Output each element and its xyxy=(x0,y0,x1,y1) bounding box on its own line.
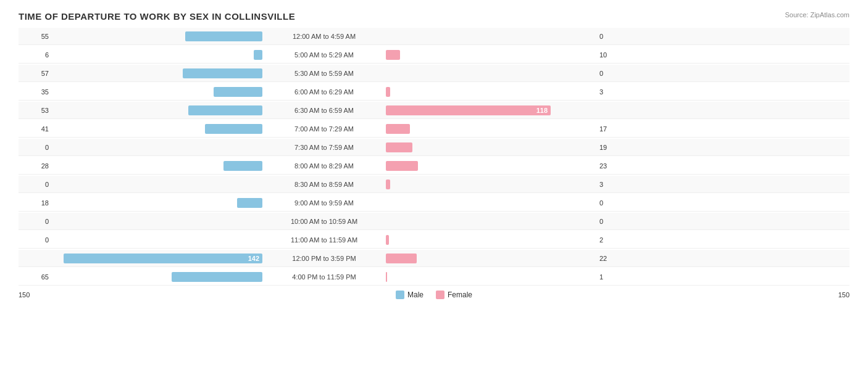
male-bar xyxy=(185,31,262,41)
time-label: 10:00 AM to 10:59 AM xyxy=(262,218,386,225)
female-value: 1 xyxy=(596,273,630,281)
female-bar xyxy=(386,254,417,263)
female-value: 2 xyxy=(596,236,630,244)
male-bar: 142 xyxy=(64,254,262,263)
female-bar-container xyxy=(386,68,596,78)
time-label: 9:00 AM to 9:59 AM xyxy=(262,199,386,207)
table-row: 65:00 AM to 5:29 AM10 xyxy=(19,46,849,64)
female-bar-container xyxy=(386,87,596,97)
female-bar-container xyxy=(386,254,596,263)
female-bar-container xyxy=(386,179,596,189)
female-bar-container xyxy=(386,50,596,60)
male-bar-container xyxy=(52,50,262,60)
table-row: 654:00 PM to 11:59 PM1 xyxy=(19,268,849,286)
time-label: 12:00 PM to 3:59 PM xyxy=(262,255,386,262)
time-label: 6:30 AM to 6:59 AM xyxy=(262,107,386,114)
female-value: 0 xyxy=(596,218,630,225)
male-bar xyxy=(188,105,262,115)
legend: Male Female xyxy=(396,291,472,299)
table-row: 08:30 AM to 8:59 AM3 xyxy=(19,176,849,193)
time-label: 8:30 AM to 8:59 AM xyxy=(262,181,386,188)
chart-container: TIME OF DEPARTURE TO WORK BY SEX IN COLL… xyxy=(0,0,868,367)
male-value: 53 xyxy=(19,107,52,114)
male-value: 55 xyxy=(19,33,52,40)
female-bar xyxy=(386,124,410,134)
male-bar xyxy=(237,198,262,208)
male-value: 57 xyxy=(19,70,52,77)
left-axis-label: 150 xyxy=(19,291,52,299)
male-bar-container xyxy=(52,68,262,78)
table-row: 536:30 AM to 6:59 AM118 xyxy=(19,102,849,119)
chart-footer: 150 Male Female 150 xyxy=(19,291,849,299)
legend-female-label: Female xyxy=(448,291,472,299)
time-label: 6:00 AM to 6:29 AM xyxy=(262,88,386,96)
chart-area: 5512:00 AM to 4:59 AM065:00 AM to 5:29 A… xyxy=(19,28,849,286)
time-label: 7:30 AM to 7:59 AM xyxy=(262,144,386,151)
table-row: 010:00 AM to 10:59 AM0 xyxy=(19,213,849,230)
male-bar xyxy=(205,124,262,134)
male-value: 0 xyxy=(19,144,52,151)
time-label: 11:00 AM to 11:59 AM xyxy=(262,236,386,244)
female-bar xyxy=(386,87,390,97)
male-value: 41 xyxy=(19,125,52,133)
male-bar xyxy=(183,68,262,78)
male-value: 0 xyxy=(19,236,52,244)
time-label: 7:00 AM to 7:29 AM xyxy=(262,125,386,133)
male-bar-container xyxy=(52,161,262,171)
legend-male: Male xyxy=(396,291,424,299)
female-value: 0 xyxy=(596,199,630,207)
male-bar xyxy=(214,87,262,97)
female-bar-container xyxy=(386,142,596,152)
female-value: 3 xyxy=(596,88,630,96)
time-label: 12:00 AM to 4:59 AM xyxy=(262,33,386,40)
legend-female: Female xyxy=(436,291,472,299)
right-axis-label: 150 xyxy=(816,291,849,299)
female-value: 0 xyxy=(596,70,630,77)
female-bar-container xyxy=(386,124,596,134)
male-bar-container xyxy=(52,105,262,115)
female-color-box xyxy=(436,291,444,299)
male-value: 0 xyxy=(19,218,52,225)
table-row: 14212:00 PM to 3:59 PM22 xyxy=(19,250,849,267)
male-bar-container xyxy=(52,272,262,282)
female-bar: 118 xyxy=(386,105,551,115)
female-bar xyxy=(386,50,400,60)
time-label: 5:00 AM to 5:29 AM xyxy=(262,51,386,59)
table-row: 07:30 AM to 7:59 AM19 xyxy=(19,139,849,156)
male-bar-container xyxy=(52,87,262,97)
female-bar xyxy=(386,142,412,152)
male-bar-container xyxy=(52,142,262,152)
female-value: 19 xyxy=(596,144,630,151)
female-bar-container xyxy=(386,216,596,226)
male-value: 65 xyxy=(19,273,52,281)
table-row: 189:00 AM to 9:59 AM0 xyxy=(19,194,849,212)
female-bar xyxy=(386,161,418,171)
female-bar-container xyxy=(386,272,596,282)
male-bar-container: 142 xyxy=(52,254,262,263)
male-bar-container xyxy=(52,31,262,41)
male-bar-container xyxy=(52,124,262,134)
male-bar-container xyxy=(52,198,262,208)
female-value: 10 xyxy=(596,51,630,59)
source-label: Source: ZipAtlas.com xyxy=(785,11,849,19)
female-value: 3 xyxy=(596,181,630,188)
table-row: 575:30 AM to 5:59 AM0 xyxy=(19,65,849,82)
female-value: 22 xyxy=(596,255,630,262)
table-row: 011:00 AM to 11:59 AM2 xyxy=(19,231,849,249)
female-bar-container xyxy=(386,31,596,41)
time-label: 5:30 AM to 5:59 AM xyxy=(262,70,386,77)
legend-male-label: Male xyxy=(407,291,424,299)
female-bar-container xyxy=(386,198,596,208)
male-value: 18 xyxy=(19,199,52,207)
female-bar-container xyxy=(386,235,596,245)
table-row: 356:00 AM to 6:29 AM3 xyxy=(19,83,849,101)
female-bar xyxy=(386,179,390,189)
time-label: 4:00 PM to 11:59 PM xyxy=(262,273,386,281)
male-value: 6 xyxy=(19,51,52,59)
male-color-box xyxy=(396,291,404,299)
female-bar xyxy=(386,235,389,245)
female-value: 17 xyxy=(596,125,630,133)
table-row: 5512:00 AM to 4:59 AM0 xyxy=(19,28,849,45)
table-row: 417:00 AM to 7:29 AM17 xyxy=(19,120,849,138)
female-value: 0 xyxy=(596,33,630,40)
